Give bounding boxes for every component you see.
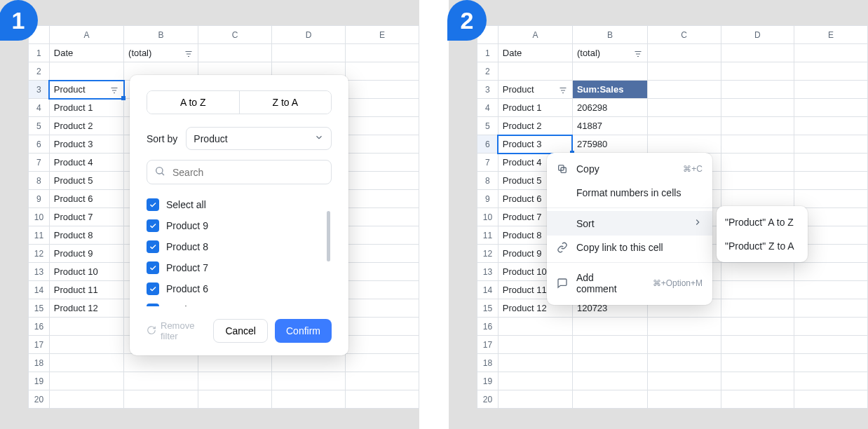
cell[interactable] — [345, 190, 419, 208]
cell[interactable] — [498, 62, 572, 81]
cell[interactable] — [345, 208, 419, 226]
cell[interactable]: Product 8 — [49, 226, 123, 245]
scrollbar-thumb[interactable] — [327, 211, 330, 261]
cell[interactable] — [271, 354, 345, 372]
search-field[interactable] — [147, 160, 332, 184]
cell[interactable] — [794, 372, 868, 390]
ctx-add-comment[interactable]: Add comment ⌘+Option+M — [547, 266, 712, 301]
sortby-select[interactable]: Product — [186, 127, 332, 150]
cell[interactable] — [572, 390, 647, 409]
cell[interactable] — [572, 318, 647, 336]
cell[interactable] — [124, 372, 198, 390]
cell[interactable] — [721, 154, 794, 172]
col-header[interactable]: B — [124, 26, 198, 44]
cell-selected[interactable]: Product — [49, 81, 123, 99]
row-header[interactable]: 2 — [29, 62, 50, 81]
row-header[interactable]: 12 — [29, 245, 50, 263]
cell[interactable] — [794, 172, 868, 190]
checkbox-checked-icon[interactable] — [147, 198, 159, 211]
cell[interactable] — [794, 62, 868, 81]
checkbox-checked-icon[interactable] — [147, 261, 159, 274]
cell[interactable] — [345, 372, 419, 390]
row-header[interactable]: 15 — [29, 299, 50, 318]
ctx-copy[interactable]: Copy ⌘+C — [547, 157, 712, 181]
cell[interactable] — [721, 117, 794, 135]
cell[interactable] — [572, 354, 647, 372]
row-header[interactable]: 6 — [477, 135, 499, 154]
cell[interactable] — [647, 354, 721, 372]
cell[interactable] — [572, 372, 647, 390]
row-header[interactable]: 18 — [477, 354, 499, 372]
cell[interactable]: Product 6 — [49, 190, 123, 208]
ctx-sort[interactable]: Sort — [547, 211, 712, 236]
cell[interactable] — [345, 245, 419, 263]
cell[interactable]: Product 1 — [49, 99, 123, 117]
filter-icon[interactable] — [109, 86, 119, 95]
cell[interactable] — [345, 135, 419, 154]
cell[interactable] — [647, 62, 721, 81]
col-header[interactable]: A — [49, 26, 123, 44]
filter-option[interactable]: Product 8 — [147, 236, 326, 257]
row-header[interactable]: 1 — [477, 44, 499, 62]
cell[interactable] — [794, 318, 868, 336]
cell[interactable] — [572, 62, 647, 81]
filter-icon[interactable] — [633, 49, 643, 59]
cell[interactable] — [345, 62, 419, 81]
row-header[interactable]: 9 — [29, 190, 50, 208]
cell[interactable] — [198, 372, 271, 390]
row-header[interactable]: 12 — [477, 245, 499, 263]
row-header[interactable]: 17 — [477, 336, 499, 354]
cell[interactable] — [345, 44, 419, 62]
row-header[interactable]: 20 — [29, 390, 50, 409]
ctx-sort-atoz[interactable]: "Product" A to Z — [717, 210, 808, 234]
row-header[interactable]: 13 — [477, 263, 499, 281]
cell[interactable] — [721, 299, 794, 318]
row-header[interactable]: 20 — [477, 390, 499, 409]
filter-option[interactable]: Select all — [147, 194, 326, 215]
col-header[interactable]: D — [721, 26, 794, 44]
cell[interactable] — [794, 81, 868, 99]
cell[interactable] — [721, 62, 794, 81]
cell[interactable] — [647, 135, 721, 154]
cell[interactable] — [345, 390, 419, 409]
cell[interactable]: Product 5 — [49, 172, 123, 190]
row-header[interactable]: 4 — [29, 99, 50, 117]
cell[interactable]: Product 9 — [49, 245, 123, 263]
row-header[interactable]: 19 — [29, 372, 50, 390]
sort-atoz-button[interactable]: A to Z — [147, 91, 240, 114]
checkbox-checked-icon[interactable] — [147, 219, 159, 232]
ctx-format-numbers[interactable]: Format numbers in cells — [547, 181, 712, 205]
cell[interactable] — [345, 318, 419, 336]
cell[interactable]: Sum:Sales — [572, 81, 647, 99]
cell[interactable] — [647, 318, 721, 336]
cell[interactable] — [647, 372, 721, 390]
cell[interactable] — [124, 354, 198, 372]
cell[interactable] — [647, 336, 721, 354]
cell[interactable] — [721, 318, 794, 336]
cell[interactable] — [721, 390, 794, 409]
row-header[interactable]: 8 — [477, 172, 499, 190]
remove-filter-button[interactable]: Remove filter — [147, 320, 213, 341]
cell[interactable]: Product 12 — [49, 299, 123, 318]
cell[interactable] — [721, 281, 794, 299]
row-header[interactable]: 3 — [477, 81, 499, 99]
confirm-button[interactable]: Confirm — [275, 319, 332, 343]
cell[interactable] — [721, 44, 794, 62]
ctx-sort-ztoa[interactable]: "Product" Z to A — [717, 234, 808, 258]
cell[interactable] — [647, 99, 721, 117]
cell[interactable] — [794, 190, 868, 208]
filter-options-list[interactable]: Select all Product 9 Product 8 Product 7… — [147, 194, 332, 306]
cell[interactable] — [794, 281, 868, 299]
row-header[interactable]: 5 — [477, 117, 499, 135]
cell[interactable] — [345, 336, 419, 354]
cell[interactable] — [498, 318, 572, 336]
cell[interactable] — [721, 99, 794, 117]
cell[interactable] — [198, 44, 271, 62]
cell[interactable] — [794, 154, 868, 172]
col-header[interactable]: E — [345, 26, 419, 44]
row-header[interactable]: 19 — [477, 372, 499, 390]
filter-option[interactable]: Product 9 — [147, 215, 326, 236]
row-header[interactable]: 7 — [477, 154, 499, 172]
checkbox-checked-icon[interactable] — [147, 304, 159, 306]
filter-option[interactable]: Product 7 — [147, 257, 326, 278]
